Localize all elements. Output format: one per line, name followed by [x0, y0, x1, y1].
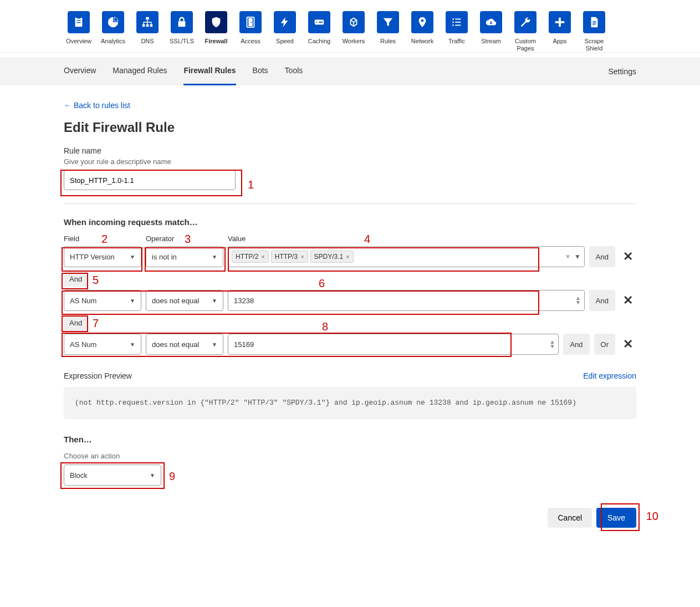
- chevron-down-icon: ▼: [212, 298, 217, 304]
- svg-rect-8: [178, 21, 186, 27]
- svg-rect-7: [146, 24, 149, 27]
- remove-row-icon[interactable]: ✕: [620, 293, 636, 308]
- topnav-item-traffic[interactable]: Traffic: [442, 11, 472, 52]
- topnav-item-access[interactable]: Access: [236, 11, 265, 52]
- svg-rect-4: [146, 17, 149, 20]
- remove-row-icon[interactable]: ✕: [620, 337, 636, 351]
- expression-preview: (not http.request.version in {"HTTP/2" "…: [64, 387, 636, 419]
- chevron-down-icon: ▼: [130, 298, 135, 304]
- topnav-item-apps[interactable]: Apps: [545, 11, 575, 52]
- drive-icon: [308, 11, 330, 33]
- svg-rect-10: [248, 18, 252, 27]
- rule-name-input[interactable]: [64, 170, 236, 190]
- topnav-item-stream[interactable]: Stream: [476, 11, 506, 52]
- number-spinner-icon[interactable]: ▲▼: [575, 296, 581, 305]
- value-text: 15169: [234, 340, 254, 349]
- topnav-label: Speed: [276, 38, 294, 52]
- rule-name-label: Rule name: [64, 146, 636, 155]
- field-select[interactable]: AS Num▼: [64, 290, 141, 311]
- field-value: AS Num: [70, 297, 96, 305]
- and-button[interactable]: And: [589, 290, 615, 311]
- topnav-item-scrape-shield[interactable]: Scrape Shield: [579, 11, 609, 52]
- topnav-label: SSL/TLS: [170, 38, 194, 52]
- tab-managed-rules[interactable]: Managed Rules: [113, 57, 167, 85]
- topnav-item-caching[interactable]: Caching: [304, 11, 334, 52]
- remove-chip-icon[interactable]: ×: [300, 253, 304, 260]
- rule-name-hint: Give your rule a descriptive name: [64, 157, 636, 166]
- topnav-item-analytics[interactable]: Analytics: [98, 11, 128, 52]
- hex-icon: [343, 11, 365, 33]
- topnav-item-ssl-tls[interactable]: SSL/TLS: [167, 11, 197, 52]
- number-spinner-icon[interactable]: ▲▼: [550, 340, 555, 349]
- remove-row-icon[interactable]: ✕: [620, 249, 636, 264]
- operator-select[interactable]: is not in▼: [146, 246, 223, 267]
- remove-chip-icon[interactable]: ×: [346, 253, 349, 260]
- settings-link[interactable]: Settings: [608, 58, 636, 85]
- door-icon: [239, 11, 262, 33]
- topnav-label: Traffic: [448, 38, 465, 52]
- topnav-label: Network: [411, 38, 433, 52]
- annotation-9: 9: [169, 470, 175, 483]
- chevron-down-icon: ▼: [150, 472, 155, 478]
- operator-select[interactable]: does not equal▼: [146, 334, 223, 355]
- then-hint: Choose an action: [64, 452, 636, 460]
- top-nav: OverviewAnalyticsDNSSSL/TLSFirewallAcces…: [0, 0, 700, 53]
- value-input[interactable]: 15169▲▼: [228, 334, 559, 355]
- topnav-label: Analytics: [101, 38, 125, 52]
- topnav-item-overview[interactable]: Overview: [64, 11, 94, 52]
- chevron-down-icon: ▼: [130, 254, 135, 260]
- and-button[interactable]: And: [563, 334, 589, 355]
- tab-bots[interactable]: Bots: [253, 57, 268, 85]
- svg-rect-23: [555, 21, 565, 23]
- svg-rect-24: [592, 21, 596, 22]
- value-input[interactable]: HTTP/2 ×HTTP/3 ×SPDY/3.1 ××▼: [228, 246, 585, 267]
- field-select[interactable]: AS Num▼: [64, 334, 141, 355]
- chevron-down-icon: ▼: [130, 341, 135, 348]
- lock-icon: [171, 11, 193, 33]
- remove-chip-icon[interactable]: ×: [261, 253, 264, 260]
- chevron-down-icon[interactable]: ▼: [574, 253, 581, 261]
- match-title: When incoming requests match…: [64, 217, 636, 227]
- tab-overview[interactable]: Overview: [64, 57, 96, 85]
- svg-rect-5: [142, 24, 145, 27]
- topnav-item-rules[interactable]: Rules: [373, 11, 403, 52]
- chevron-down-icon: ▼: [212, 254, 217, 260]
- sub-nav: OverviewManaged RulesFirewall RulesBotsT…: [0, 57, 700, 85]
- arrow-left-icon: ←: [64, 101, 71, 110]
- svg-rect-1: [76, 17, 80, 19]
- operator-select[interactable]: does not equal▼: [146, 290, 223, 311]
- topnav-label: Scrape Shield: [579, 38, 609, 52]
- topnav-item-firewall[interactable]: Firewall: [201, 11, 231, 52]
- topnav-label: Caching: [308, 38, 330, 52]
- action-select[interactable]: Block ▼: [64, 465, 161, 486]
- back-link-label: Back to rules list: [74, 101, 130, 110]
- doc-icon: [583, 11, 605, 33]
- tab-firewall-rules[interactable]: Firewall Rules: [183, 57, 236, 85]
- edit-expression-link[interactable]: Edit expression: [583, 371, 636, 380]
- topnav-item-dns[interactable]: DNS: [132, 11, 162, 52]
- plus-icon: [549, 11, 571, 33]
- topnav-item-workers[interactable]: Workers: [339, 11, 369, 52]
- tab-tools[interactable]: Tools: [285, 57, 303, 85]
- topnav-item-network[interactable]: Network: [407, 11, 437, 52]
- or-button[interactable]: Or: [594, 334, 615, 355]
- annotation-10: 10: [646, 510, 658, 523]
- pin-icon: [411, 11, 433, 33]
- save-button[interactable]: Save: [596, 508, 636, 528]
- topnav-item-custom-pages[interactable]: Custom Pages: [510, 11, 540, 52]
- back-to-rules-link[interactable]: ← Back to rules list: [64, 101, 130, 110]
- value-chip: HTTP/3 ×: [271, 251, 308, 263]
- cancel-button[interactable]: Cancel: [548, 508, 592, 528]
- connector-chip: And: [64, 272, 88, 287]
- svg-rect-21: [455, 25, 461, 26]
- value-input[interactable]: 13238▲▼: [228, 290, 585, 311]
- list-icon: [446, 11, 468, 33]
- and-button[interactable]: And: [589, 246, 615, 267]
- field-select[interactable]: HTTP Version▼: [64, 246, 141, 267]
- chevron-down-icon: ▼: [212, 341, 217, 348]
- action-value: Block: [70, 471, 88, 480]
- clear-icon[interactable]: ×: [566, 253, 570, 261]
- topnav-item-speed[interactable]: Speed: [270, 11, 300, 52]
- svg-point-20: [452, 24, 454, 26]
- svg-point-13: [316, 22, 317, 23]
